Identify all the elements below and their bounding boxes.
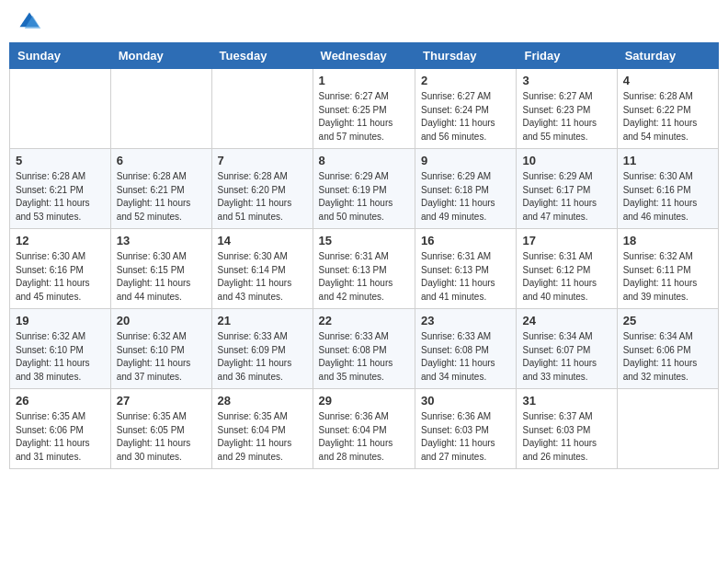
day-info: Sunrise: 6:33 AMSunset: 6:08 PMDaylight:… bbox=[319, 330, 409, 384]
day-number: 27 bbox=[117, 394, 206, 408]
day-number: 21 bbox=[218, 314, 307, 327]
day-number: 8 bbox=[319, 154, 409, 167]
calendar-cell: 11Sunrise: 6:30 AMSunset: 6:16 PMDayligh… bbox=[617, 149, 718, 229]
calendar-week-row: 12Sunrise: 6:30 AMSunset: 6:16 PMDayligh… bbox=[10, 229, 719, 309]
calendar-cell: 29Sunrise: 6:36 AMSunset: 6:04 PMDayligh… bbox=[313, 389, 415, 469]
calendar-header-row: SundayMondayTuesdayWednesdayThursdayFrid… bbox=[10, 43, 719, 69]
calendar-cell: 15Sunrise: 6:31 AMSunset: 6:13 PMDayligh… bbox=[313, 229, 415, 309]
calendar-cell bbox=[110, 69, 211, 149]
day-number: 6 bbox=[117, 154, 206, 167]
day-number: 16 bbox=[421, 234, 510, 247]
calendar-cell bbox=[10, 69, 111, 149]
calendar-cell: 27Sunrise: 6:35 AMSunset: 6:05 PMDayligh… bbox=[110, 389, 211, 469]
calendar-week-row: 19Sunrise: 6:32 AMSunset: 6:10 PMDayligh… bbox=[10, 309, 719, 389]
day-header-wednesday: Wednesday bbox=[313, 43, 415, 69]
day-number: 29 bbox=[319, 394, 409, 408]
calendar-cell: 1Sunrise: 6:27 AMSunset: 6:25 PMDaylight… bbox=[313, 69, 415, 149]
day-info: Sunrise: 6:30 AMSunset: 6:14 PMDaylight:… bbox=[218, 250, 307, 304]
day-info: Sunrise: 6:33 AMSunset: 6:08 PMDaylight:… bbox=[421, 330, 510, 384]
day-number: 11 bbox=[623, 154, 712, 167]
calendar-cell: 13Sunrise: 6:30 AMSunset: 6:15 PMDayligh… bbox=[110, 229, 211, 309]
day-info: Sunrise: 6:35 AMSunset: 6:05 PMDaylight:… bbox=[117, 410, 206, 464]
day-number: 7 bbox=[218, 154, 307, 167]
day-info: Sunrise: 6:29 AMSunset: 6:19 PMDaylight:… bbox=[319, 170, 409, 224]
day-info: Sunrise: 6:31 AMSunset: 6:13 PMDaylight:… bbox=[319, 250, 409, 304]
calendar-cell: 24Sunrise: 6:34 AMSunset: 6:07 PMDayligh… bbox=[517, 309, 617, 389]
calendar-cell: 7Sunrise: 6:28 AMSunset: 6:20 PMDaylight… bbox=[211, 149, 313, 229]
day-number: 26 bbox=[16, 394, 105, 408]
day-number: 15 bbox=[319, 234, 409, 247]
day-info: Sunrise: 6:30 AMSunset: 6:16 PMDaylight:… bbox=[623, 170, 712, 224]
day-number: 18 bbox=[623, 234, 712, 247]
calendar-week-row: 1Sunrise: 6:27 AMSunset: 6:25 PMDaylight… bbox=[10, 69, 719, 149]
day-info: Sunrise: 6:28 AMSunset: 6:21 PMDaylight:… bbox=[117, 170, 206, 224]
day-number: 5 bbox=[16, 154, 105, 167]
day-header-sunday: Sunday bbox=[10, 43, 111, 69]
logo bbox=[17, 9, 46, 35]
day-info: Sunrise: 6:32 AMSunset: 6:10 PMDaylight:… bbox=[117, 330, 206, 384]
calendar-cell: 23Sunrise: 6:33 AMSunset: 6:08 PMDayligh… bbox=[415, 309, 517, 389]
day-info: Sunrise: 6:34 AMSunset: 6:07 PMDaylight:… bbox=[522, 330, 610, 384]
day-info: Sunrise: 6:28 AMSunset: 6:20 PMDaylight:… bbox=[218, 170, 307, 224]
day-info: Sunrise: 6:27 AMSunset: 6:24 PMDaylight:… bbox=[421, 90, 510, 144]
day-number: 13 bbox=[117, 234, 206, 247]
day-number: 31 bbox=[522, 394, 610, 408]
day-info: Sunrise: 6:34 AMSunset: 6:06 PMDaylight:… bbox=[623, 330, 712, 384]
day-header-friday: Friday bbox=[517, 43, 617, 69]
day-number: 25 bbox=[623, 314, 712, 327]
day-info: Sunrise: 6:33 AMSunset: 6:09 PMDaylight:… bbox=[218, 330, 307, 384]
calendar-cell: 30Sunrise: 6:36 AMSunset: 6:03 PMDayligh… bbox=[415, 389, 517, 469]
calendar-cell: 20Sunrise: 6:32 AMSunset: 6:10 PMDayligh… bbox=[110, 309, 211, 389]
day-number: 9 bbox=[421, 154, 510, 167]
day-header-tuesday: Tuesday bbox=[211, 43, 313, 69]
day-header-thursday: Thursday bbox=[415, 43, 517, 69]
day-number: 3 bbox=[522, 74, 610, 87]
calendar-cell: 25Sunrise: 6:34 AMSunset: 6:06 PMDayligh… bbox=[617, 309, 718, 389]
day-number: 19 bbox=[16, 314, 105, 327]
day-info: Sunrise: 6:35 AMSunset: 6:06 PMDaylight:… bbox=[16, 410, 105, 464]
day-info: Sunrise: 6:36 AMSunset: 6:04 PMDaylight:… bbox=[319, 410, 409, 464]
day-number: 30 bbox=[421, 394, 510, 408]
calendar-cell: 21Sunrise: 6:33 AMSunset: 6:09 PMDayligh… bbox=[211, 309, 313, 389]
day-info: Sunrise: 6:32 AMSunset: 6:10 PMDaylight:… bbox=[16, 330, 105, 384]
day-number: 14 bbox=[218, 234, 307, 247]
day-number: 4 bbox=[623, 74, 712, 87]
day-number: 17 bbox=[522, 234, 610, 247]
day-info: Sunrise: 6:31 AMSunset: 6:13 PMDaylight:… bbox=[421, 250, 510, 304]
day-info: Sunrise: 6:29 AMSunset: 6:18 PMDaylight:… bbox=[421, 170, 510, 224]
day-number: 28 bbox=[218, 394, 307, 408]
calendar-cell: 19Sunrise: 6:32 AMSunset: 6:10 PMDayligh… bbox=[10, 309, 111, 389]
calendar-cell: 22Sunrise: 6:33 AMSunset: 6:08 PMDayligh… bbox=[313, 309, 415, 389]
day-info: Sunrise: 6:32 AMSunset: 6:11 PMDaylight:… bbox=[623, 250, 712, 304]
day-info: Sunrise: 6:30 AMSunset: 6:16 PMDaylight:… bbox=[16, 250, 105, 304]
calendar-cell: 5Sunrise: 6:28 AMSunset: 6:21 PMDaylight… bbox=[10, 149, 111, 229]
calendar-cell: 4Sunrise: 6:28 AMSunset: 6:22 PMDaylight… bbox=[617, 69, 718, 149]
calendar-cell: 31Sunrise: 6:37 AMSunset: 6:03 PMDayligh… bbox=[517, 389, 617, 469]
calendar-cell: 17Sunrise: 6:31 AMSunset: 6:12 PMDayligh… bbox=[517, 229, 617, 309]
day-info: Sunrise: 6:28 AMSunset: 6:21 PMDaylight:… bbox=[16, 170, 105, 224]
day-info: Sunrise: 6:30 AMSunset: 6:15 PMDaylight:… bbox=[117, 250, 206, 304]
day-number: 22 bbox=[319, 314, 409, 327]
day-info: Sunrise: 6:27 AMSunset: 6:25 PMDaylight:… bbox=[319, 90, 409, 144]
calendar-cell: 16Sunrise: 6:31 AMSunset: 6:13 PMDayligh… bbox=[415, 229, 517, 309]
calendar-cell: 18Sunrise: 6:32 AMSunset: 6:11 PMDayligh… bbox=[617, 229, 718, 309]
calendar-cell: 9Sunrise: 6:29 AMSunset: 6:18 PMDaylight… bbox=[415, 149, 517, 229]
day-number: 23 bbox=[421, 314, 510, 327]
calendar-cell: 12Sunrise: 6:30 AMSunset: 6:16 PMDayligh… bbox=[10, 229, 111, 309]
day-number: 1 bbox=[319, 74, 409, 87]
page-header bbox=[9, 9, 719, 35]
day-info: Sunrise: 6:36 AMSunset: 6:03 PMDaylight:… bbox=[421, 410, 510, 464]
day-header-monday: Monday bbox=[110, 43, 211, 69]
day-number: 12 bbox=[16, 234, 105, 247]
day-info: Sunrise: 6:37 AMSunset: 6:03 PMDaylight:… bbox=[522, 410, 610, 464]
calendar-cell: 28Sunrise: 6:35 AMSunset: 6:04 PMDayligh… bbox=[211, 389, 313, 469]
calendar-cell: 2Sunrise: 6:27 AMSunset: 6:24 PMDaylight… bbox=[415, 69, 517, 149]
calendar-cell: 26Sunrise: 6:35 AMSunset: 6:06 PMDayligh… bbox=[10, 389, 111, 469]
day-info: Sunrise: 6:27 AMSunset: 6:23 PMDaylight:… bbox=[522, 90, 610, 144]
day-number: 20 bbox=[117, 314, 206, 327]
calendar-cell: 8Sunrise: 6:29 AMSunset: 6:19 PMDaylight… bbox=[313, 149, 415, 229]
day-number: 10 bbox=[522, 154, 610, 167]
calendar-cell: 10Sunrise: 6:29 AMSunset: 6:17 PMDayligh… bbox=[517, 149, 617, 229]
calendar-cell bbox=[617, 389, 718, 469]
day-info: Sunrise: 6:28 AMSunset: 6:22 PMDaylight:… bbox=[623, 90, 712, 144]
